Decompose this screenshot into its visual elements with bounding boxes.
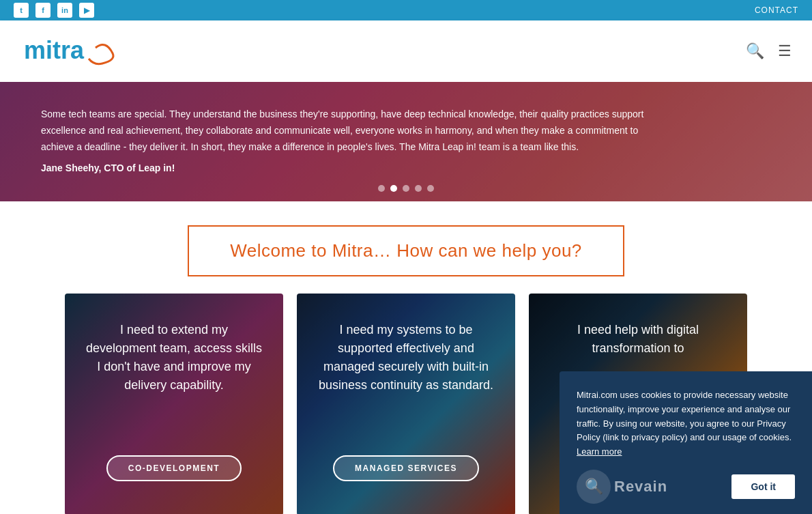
hero-section: Some tech teams are special. They unders… xyxy=(0,82,812,201)
got-it-button[interactable]: Got it xyxy=(731,474,795,499)
welcome-box: Welcome to Mitra… How can we help you? xyxy=(188,225,624,276)
menu-icon[interactable]: ☰ xyxy=(778,42,792,60)
card-content-1: I need to extend my development team, ac… xyxy=(65,294,283,514)
header: mitra 🔍 ☰ xyxy=(0,20,812,82)
cookie-message: Mitrai.com uses cookies to provide neces… xyxy=(577,388,795,459)
cookie-banner: Mitrai.com uses cookies to provide neces… xyxy=(560,371,812,514)
linkedin-icon[interactable]: in xyxy=(57,3,72,18)
slider-dots xyxy=(378,185,434,192)
revain-label: Revain xyxy=(614,478,667,496)
facebook-icon[interactable]: f xyxy=(35,3,50,18)
hero-quote: Some tech teams are special. They unders… xyxy=(41,106,655,155)
revain-icon: 🔍 xyxy=(577,470,611,504)
cookie-learn-more-link[interactable]: Learn more xyxy=(577,446,622,457)
welcome-title: Welcome to Mitra… How can we help you? xyxy=(230,240,582,261)
youtube-icon[interactable]: ▶ xyxy=(79,3,94,18)
welcome-section: Welcome to Mitra… How can we help you? xyxy=(0,201,812,294)
card-3-heading: I need help with digital transformation … xyxy=(549,321,727,358)
slider-dot-4[interactable] xyxy=(415,185,422,192)
logo[interactable]: mitra xyxy=(20,33,116,70)
card-1-heading: I need to extend my development team, ac… xyxy=(85,321,263,395)
managed-services-button[interactable]: MANAGED SERVICES xyxy=(333,455,479,481)
card-2-heading: I need my systems to be supported effect… xyxy=(317,321,495,395)
contact-link[interactable]: CONTACT xyxy=(755,5,798,15)
slider-dot-2[interactable] xyxy=(390,185,397,192)
hero-author: Jane Sheehy, CTO of Leap in! xyxy=(41,160,655,177)
search-icon[interactable]: 🔍 xyxy=(746,42,764,60)
header-icons-group: 🔍 ☰ xyxy=(746,42,792,60)
card-content-2: I need my systems to be supported effect… xyxy=(297,294,515,514)
slider-dot-1[interactable] xyxy=(378,185,385,192)
cookie-actions: 🔍 Revain Got it xyxy=(577,470,795,504)
hero-content: Some tech teams are special. They unders… xyxy=(41,106,655,177)
co-development-button[interactable]: CO-DEVELOPMENT xyxy=(106,455,242,481)
slider-dot-5[interactable] xyxy=(427,185,434,192)
social-icons-group: t f in ▶ xyxy=(14,3,94,18)
card-managed-services: I need my systems to be supported effect… xyxy=(297,294,515,514)
revain-logo: 🔍 Revain xyxy=(577,470,667,504)
logo-svg: mitra xyxy=(20,33,116,70)
slider-dot-3[interactable] xyxy=(403,185,409,192)
top-bar: t f in ▶ CONTACT xyxy=(0,0,812,20)
svg-text:mitra: mitra xyxy=(24,36,85,64)
card-co-development: I need to extend my development team, ac… xyxy=(65,294,283,514)
twitter-icon[interactable]: t xyxy=(14,3,29,18)
